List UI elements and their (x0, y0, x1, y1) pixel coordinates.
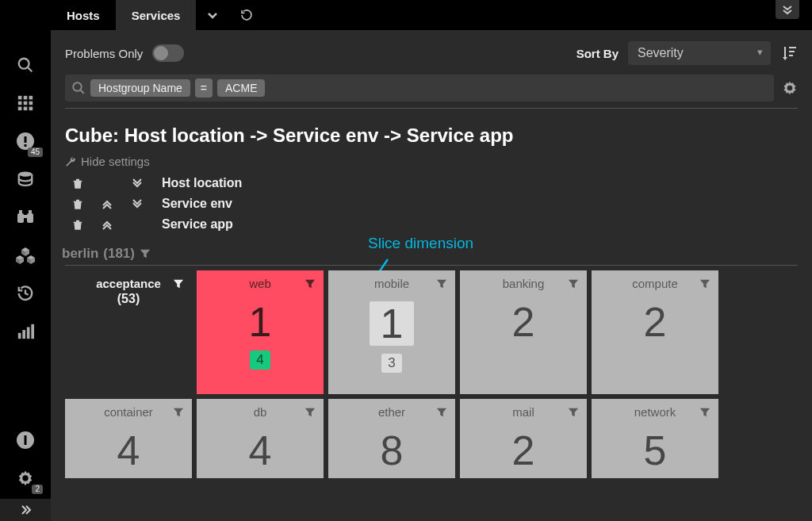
cube-tile[interactable]: web14 (197, 270, 324, 394)
trash-icon[interactable] (71, 218, 90, 231)
filter-icon[interactable] (140, 248, 151, 259)
svg-rect-19 (29, 107, 33, 111)
sort-select[interactable]: Severity (628, 41, 771, 65)
chevron-down-icon[interactable] (196, 10, 229, 21)
hide-settings-link[interactable]: Hide settings (65, 155, 798, 168)
sidebar-expand[interactable] (0, 499, 51, 521)
config-icon[interactable]: 2 (6, 461, 44, 496)
filter-icon[interactable] (699, 278, 710, 289)
svg-rect-34 (25, 435, 27, 445)
filter-icon[interactable] (699, 407, 710, 418)
svg-rect-36 (789, 51, 795, 52)
svg-rect-24 (17, 213, 24, 223)
search-icon-inline (71, 81, 86, 95)
svg-rect-31 (27, 328, 30, 339)
trash-icon[interactable] (71, 177, 90, 190)
collapse-header[interactable] (776, 0, 799, 19)
search-icon[interactable] (6, 48, 44, 82)
tile-title: ether (378, 405, 405, 419)
database-icon[interactable] (6, 162, 44, 197)
filter-icon[interactable] (568, 278, 579, 289)
tile-title: banking (503, 277, 545, 290)
dashboards-icon[interactable] (6, 86, 44, 121)
move-down-icon[interactable] (132, 178, 151, 189)
tile-number: 4 (249, 430, 272, 471)
tile-sub-badge: 3 (381, 354, 401, 373)
filter-icon[interactable] (436, 407, 447, 418)
tile-number: 2 (512, 430, 535, 471)
cube-tile[interactable]: ether8 (328, 399, 455, 478)
move-up-icon[interactable] (102, 198, 121, 209)
tile-sub-badge: 4 (250, 351, 270, 370)
svg-rect-35 (789, 47, 796, 48)
svg-rect-18 (24, 107, 28, 111)
filter-icon[interactable] (173, 278, 184, 289)
binoculars-icon[interactable] (6, 200, 44, 235)
refresh-icon[interactable] (229, 9, 264, 21)
dimension-name: Service app (162, 217, 233, 232)
svg-rect-28 (29, 210, 32, 214)
tile-number: 4 (117, 430, 140, 471)
row-header: acceptance(53) (65, 270, 192, 394)
cube-tile[interactable]: compute2 (592, 270, 718, 394)
filter-bar[interactable]: Hostgroup Name = ACME (65, 75, 774, 102)
tile-title: container (104, 405, 153, 419)
svg-rect-37 (789, 55, 793, 56)
tile-title: compute (632, 277, 678, 290)
svg-rect-16 (29, 102, 33, 105)
sort-direction-icon[interactable] (780, 44, 798, 62)
tile-number: 5 (644, 430, 667, 471)
problems-icon[interactable]: 45 (6, 124, 44, 159)
cubes-icon[interactable] (6, 238, 44, 273)
filter-chip-value[interactable]: ACME (217, 79, 265, 97)
filter-icon[interactable] (304, 278, 316, 289)
svg-rect-30 (22, 330, 25, 339)
svg-line-10 (28, 67, 33, 72)
config-badge: 2 (32, 485, 43, 494)
dimension-row: Host location (65, 176, 798, 190)
move-down-icon[interactable] (132, 198, 151, 209)
sidebar: 45 2 (0, 0, 51, 521)
user-icon[interactable] (6, 423, 44, 458)
sort-by-label: Sort By (576, 47, 619, 60)
dimension-row: Service env (65, 197, 798, 211)
tile-number: 2 (512, 301, 535, 343)
trash-icon[interactable] (71, 197, 90, 210)
problems-badge: 45 (28, 147, 43, 157)
tab-services[interactable]: Services (116, 0, 197, 30)
history-icon[interactable] (6, 276, 44, 311)
problems-only-toggle[interactable] (152, 44, 184, 62)
dimension-row: Service app (65, 217, 798, 232)
row-header-count: (53) (71, 292, 186, 306)
page-title: Cube: Host location -> Service env -> Se… (65, 125, 798, 147)
move-up-icon[interactable] (102, 219, 121, 230)
cube-tile[interactable]: mail2 (460, 399, 587, 478)
tab-hosts[interactable]: Hosts (51, 0, 116, 30)
cube-tile[interactable]: banking2 (460, 270, 587, 394)
svg-rect-26 (24, 215, 27, 218)
dimension-name: Host location (162, 176, 242, 190)
svg-point-9 (19, 59, 29, 69)
svg-rect-32 (31, 324, 34, 339)
filter-chip-field[interactable]: Hostgroup Name (90, 79, 190, 97)
filter-icon[interactable] (436, 278, 447, 289)
filter-icon[interactable] (173, 407, 184, 418)
cube-tile[interactable]: mobile13 (328, 270, 455, 394)
tile-number: 2 (644, 301, 667, 343)
filter-icon[interactable] (568, 407, 579, 418)
wrench-icon (65, 156, 76, 167)
main-content: Problems Only Sort By Severity Hostgroup… (51, 30, 812, 521)
svg-rect-15 (24, 102, 28, 105)
cube-tile[interactable]: network5 (592, 399, 718, 478)
svg-rect-12 (24, 96, 28, 100)
filter-icon[interactable] (304, 407, 316, 418)
tile-title: network (634, 405, 676, 419)
svg-point-38 (73, 82, 82, 91)
cube-tile[interactable]: db4 (197, 399, 324, 478)
tile-title: db (254, 405, 267, 419)
filter-chip-op[interactable]: = (195, 79, 213, 98)
reporting-icon[interactable] (6, 314, 44, 349)
svg-rect-17 (18, 107, 22, 111)
gear-icon[interactable] (782, 80, 798, 96)
cube-tile[interactable]: container4 (65, 399, 192, 478)
